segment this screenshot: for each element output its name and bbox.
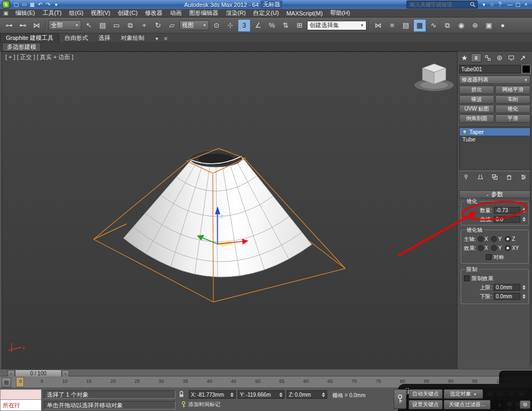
- object-name-field[interactable]: Tube001: [459, 65, 521, 73]
- window-crossing-icon[interactable]: ⧉: [124, 19, 137, 32]
- x-coordinate-field[interactable]: X:-81.773mm: [189, 390, 236, 399]
- y-spinner[interactable]: [279, 392, 282, 397]
- select-by-name-icon[interactable]: ▤: [96, 19, 109, 32]
- percent-snap-icon[interactable]: %: [265, 19, 278, 32]
- z-coordinate-field[interactable]: Z:0.0mm: [287, 390, 327, 399]
- modifier-preset-button[interactable]: 倒角剖面: [459, 114, 494, 123]
- menu-item[interactable]: 视图(V): [87, 9, 114, 18]
- motion-tab[interactable]: [494, 53, 505, 62]
- open-file-icon[interactable]: ▭: [20, 1, 28, 8]
- lower-limit-field[interactable]: 0.0mm: [494, 293, 520, 300]
- reference-coordinate-dropdown[interactable]: 视图▼: [179, 20, 209, 30]
- selection-set-dropdown[interactable]: 选定对象▼: [444, 389, 483, 399]
- menu-item[interactable]: 工具(T): [39, 9, 65, 18]
- menu-item[interactable]: 图形编辑器: [186, 9, 222, 18]
- show-end-result-icon[interactable]: [477, 174, 484, 181]
- workspace-icon[interactable]: ▣: [0, 10, 12, 16]
- modifier-preset-button[interactable]: 平滑: [495, 114, 530, 123]
- maximize-icon[interactable]: ▢: [514, 1, 522, 8]
- spinner-snap-icon[interactable]: ⇅: [279, 19, 292, 32]
- bind-to-space-warp-icon[interactable]: ⋈: [30, 19, 43, 32]
- mini-curve-editor-button[interactable]: ⊞: [2, 378, 11, 388]
- radio-option[interactable]: Z: [505, 236, 515, 242]
- auto-key-button[interactable]: 自动关键点: [409, 389, 443, 399]
- modifier-preset-button[interactable]: UVW 贴图: [459, 105, 494, 113]
- amount-field[interactable]: -0.73: [494, 207, 520, 214]
- curve-field[interactable]: 0.0: [494, 216, 520, 223]
- set-key-big-button[interactable]: [394, 389, 406, 409]
- named-selection-combo[interactable]: 创建选择集▼: [307, 21, 367, 30]
- radio-icon[interactable]: [505, 245, 511, 251]
- time-slider[interactable]: ‹ 0 / 100 ›: [0, 369, 532, 376]
- menu-item[interactable]: MAXScript(M): [282, 9, 326, 18]
- menu-item[interactable]: 自定义(U): [250, 9, 282, 18]
- display-tab[interactable]: [506, 53, 517, 62]
- utilities-tab[interactable]: [518, 53, 528, 62]
- material-editor-icon[interactable]: ◉: [455, 19, 468, 32]
- x-spinner[interactable]: [230, 392, 234, 397]
- select-object-icon[interactable]: ↖: [82, 19, 95, 32]
- modifier-enabled-icon[interactable]: [462, 130, 467, 135]
- modifier-preset-button[interactable]: 车削: [495, 95, 530, 104]
- ribbon-tab-graphite[interactable]: Graphite 建模工具: [0, 33, 59, 42]
- ribbon-tab-object-paint[interactable]: 对象绘制: [115, 33, 149, 42]
- save-file-icon[interactable]: ▦: [28, 1, 36, 8]
- select-and-rotate-icon[interactable]: ↻: [152, 19, 164, 32]
- radio-icon[interactable]: [478, 236, 484, 242]
- selection-filter-dropdown[interactable]: 全部▼: [48, 20, 81, 30]
- undo-icon[interactable]: ↶: [36, 1, 44, 8]
- radio-option[interactable]: X: [478, 245, 488, 251]
- edit-named-selections-icon[interactable]: ⊞: [293, 19, 306, 32]
- radio-icon[interactable]: [478, 245, 484, 251]
- render-production-icon[interactable]: ●: [496, 19, 509, 32]
- ribbon-menu-icon[interactable]: ≡: [162, 35, 170, 42]
- ribbon-tab-freeform[interactable]: 自由形式: [59, 33, 93, 42]
- parameters-rollout-header[interactable]: - 参数: [459, 190, 530, 198]
- radio-icon[interactable]: [491, 236, 497, 242]
- script-listener-field[interactable]: 所在行: [0, 400, 41, 411]
- set-key-button[interactable]: 设置关键点: [409, 400, 443, 409]
- help-icon[interactable]: ?: [496, 1, 504, 8]
- upper-limit-field[interactable]: 0.0mm: [494, 284, 520, 291]
- modifier-stack-item[interactable]: Taper: [460, 128, 530, 136]
- modifier-preset-button[interactable]: 挤出: [459, 86, 494, 94]
- radio-option[interactable]: Y: [491, 236, 502, 242]
- y-coordinate-field[interactable]: Y:-119.666m: [238, 390, 285, 399]
- menu-item[interactable]: 组(G): [65, 9, 87, 18]
- curve-editor-icon[interactable]: ∿: [427, 19, 440, 32]
- panel-scrollbar[interactable]: [530, 115, 531, 365]
- hierarchy-tab[interactable]: [483, 53, 493, 62]
- radio-option[interactable]: XY: [505, 245, 519, 251]
- modifier-stack-item[interactable]: Tube: [460, 136, 530, 143]
- ribbon-minimize-icon[interactable]: ▾: [153, 35, 161, 42]
- angle-snap-icon[interactable]: ∠: [252, 19, 264, 32]
- select-and-move-icon[interactable]: +: [138, 19, 151, 32]
- redo-icon[interactable]: ↷: [44, 1, 52, 8]
- maximize-viewport-toggle[interactable]: ⧉: [520, 400, 530, 409]
- modifier-list-dropdown[interactable]: 修改器列表▼: [459, 76, 530, 84]
- macro-recorder-field[interactable]: [0, 389, 41, 400]
- menu-item[interactable]: 帮助(H): [327, 9, 354, 18]
- upper-limit-spinner[interactable]: [522, 285, 526, 290]
- search-scope-icon[interactable]: ▾: [480, 1, 488, 8]
- menu-item[interactable]: 编辑(E): [12, 9, 39, 18]
- modifier-preset-button[interactable]: 锥化: [495, 105, 530, 113]
- key-filters-button[interactable]: 关键点过滤器...: [444, 400, 491, 409]
- remove-modifier-icon[interactable]: [506, 174, 512, 181]
- modifier-preset-button[interactable]: 网格平滑: [495, 86, 530, 94]
- radio-icon[interactable]: [505, 236, 511, 242]
- close-icon[interactable]: ×: [522, 1, 530, 8]
- menu-item[interactable]: 动画: [167, 9, 186, 18]
- z-spinner[interactable]: [322, 392, 325, 397]
- app-logo-icon[interactable]: S: [2, 1, 10, 9]
- object-color-swatch[interactable]: [522, 65, 530, 73]
- ribbon-subtab-poly-modeling[interactable]: 多边形建模: [2, 43, 41, 52]
- render-setup-icon[interactable]: ⊛: [469, 19, 481, 32]
- time-slider-handle[interactable]: 0 / 100: [15, 370, 62, 377]
- symmetry-checkbox[interactable]: [486, 254, 492, 260]
- new-file-icon[interactable]: ▢: [12, 1, 20, 8]
- radio-option[interactable]: X: [478, 236, 488, 242]
- menu-item[interactable]: 修改器: [142, 9, 167, 18]
- unlink-selection-icon[interactable]: ⊷: [16, 19, 29, 32]
- rectangular-selection-icon[interactable]: ▭: [110, 19, 123, 32]
